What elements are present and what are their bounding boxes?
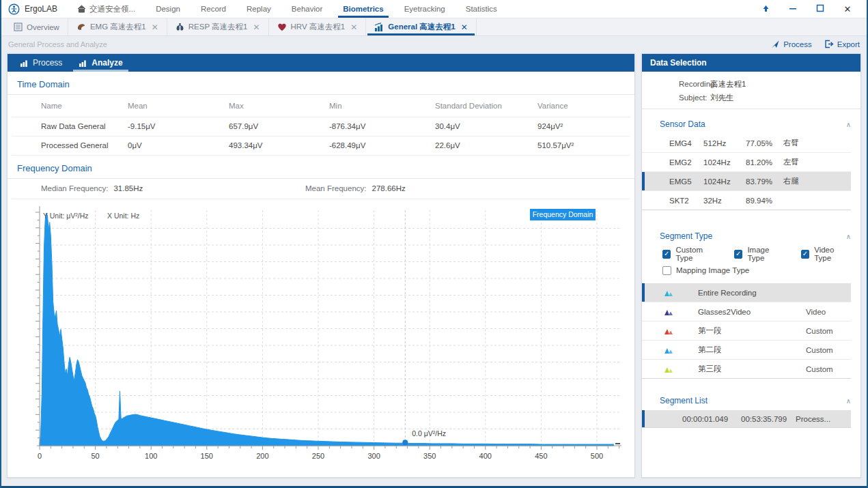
- frequency-spectrum-chart[interactable]: 050100150200250300350400450500Y Unit: μV…: [16, 203, 632, 468]
- checkbox-custom-type[interactable]: ✓: [662, 250, 671, 259]
- close-icon[interactable]: ✕: [834, 4, 861, 14]
- mean-frequency-value: 278.66Hz: [372, 184, 406, 192]
- tab-label: RESP 高速去程1: [188, 22, 248, 32]
- menu-item-label: Eyetracking: [404, 5, 445, 13]
- segment-row-2[interactable]: 第二段 Custom: [642, 341, 851, 360]
- menu-item-label: Biometrics: [343, 5, 383, 13]
- chevron-up-icon[interactable]: ∧: [846, 121, 851, 128]
- menu-item-replay[interactable]: Replay: [236, 0, 281, 18]
- menu-item-eyetracking[interactable]: Eyetracking: [394, 0, 456, 18]
- sensor-row-emg4[interactable]: EMG4512Hz77.05%右臂: [642, 134, 851, 153]
- menu-item-record[interactable]: Record: [191, 0, 236, 18]
- data-selection-panel: Data Selection Recording: 高速去程1 Subject:…: [641, 53, 861, 478]
- segment-row-3[interactable]: 第三段 Custom: [642, 360, 851, 379]
- collapse-up-icon[interactable]: [752, 4, 779, 14]
- svg-text:0.0 μV²/Hz: 0.0 μV²/Hz: [412, 429, 446, 437]
- sensor-list: EMG4512Hz77.05%右臂 EMG21024Hz81.20%左臂 EMG…: [642, 134, 860, 210]
- process-button[interactable]: Process: [771, 40, 812, 48]
- svg-text:Y Unit: μV²/Hz: Y Unit: μV²/Hz: [43, 212, 89, 220]
- menu-item-biometrics[interactable]: Biometrics: [333, 0, 393, 18]
- segment-row-entire-recording[interactable]: Entire Recording: [642, 283, 851, 302]
- chevron-up-icon[interactable]: ∧: [846, 397, 851, 405]
- export-button[interactable]: Export: [824, 40, 860, 48]
- document-tab-bar: Overview EMG 高速去程1 ✕ RESP 高速去程1 ✕ HRV 高速…: [1, 18, 867, 36]
- segment-row-1[interactable]: 第一段 Custom: [642, 321, 851, 341]
- menu-item-label: Behavior: [292, 5, 322, 13]
- svg-text:X Unit: Hz: X Unit: Hz: [107, 212, 139, 220]
- sensor-data-title: Sensor Data: [660, 119, 705, 129]
- app-window: ErgoLAB 交通安全领... Design Record Replay Be…: [1, 0, 867, 488]
- median-frequency-value: 31.85Hz: [113, 184, 143, 192]
- sensor-row-emg5[interactable]: EMG51024Hz83.79%右腿: [642, 172, 851, 191]
- overview-icon: [14, 23, 23, 31]
- tab-label: Process: [33, 58, 62, 68]
- maximize-icon[interactable]: [807, 4, 834, 14]
- tab-overview[interactable]: Overview: [5, 18, 68, 35]
- menu-item-statistics[interactable]: Statistics: [456, 0, 507, 18]
- segment-row-glasses2video[interactable]: Glasses2Video Video: [642, 302, 851, 321]
- minimize-icon[interactable]: [779, 4, 807, 14]
- svg-text:500: 500: [591, 452, 603, 460]
- segment-list-row[interactable]: 00:00:01.049 00:53:35.799 Process...: [642, 410, 851, 428]
- menu-item-home-project[interactable]: 交通安全领...: [67, 0, 145, 18]
- video-type-filter[interactable]: ✓ Video Type: [801, 246, 851, 262]
- menu-item-design[interactable]: Design: [145, 0, 191, 18]
- svg-text:450: 450: [535, 452, 547, 460]
- ergolab-logo-icon: [8, 3, 20, 15]
- svg-text:150: 150: [201, 452, 213, 460]
- tab-close-icon[interactable]: ✕: [253, 23, 260, 32]
- emg-muscle-icon: [76, 23, 86, 31]
- tab-close-icon[interactable]: ✕: [350, 23, 357, 32]
- segment-icon: [664, 327, 673, 335]
- tab-general[interactable]: General 高速去程1 ✕: [366, 18, 476, 35]
- segment-type-title: Segment Type: [660, 231, 712, 241]
- segment-type-filters-row1: ✓ Custom Type ✓ Image Type ✓ Video Type: [642, 246, 860, 262]
- menu-item-label: Statistics: [466, 5, 497, 13]
- recording-row: Recording: 高速去程1: [642, 77, 860, 91]
- home-icon: [77, 5, 86, 13]
- svg-text:200: 200: [256, 452, 268, 460]
- svg-text:Frequency Domain: Frequency Domain: [533, 210, 593, 218]
- custom-type-filter[interactable]: ✓ Custom Type: [662, 246, 719, 262]
- image-type-filter[interactable]: ✓ Image Type: [734, 246, 786, 262]
- sensor-row-emg2[interactable]: EMG21024Hz81.20%左臂: [642, 153, 851, 172]
- bar-chart-icon: [374, 23, 384, 31]
- tab-close-icon[interactable]: ✕: [461, 23, 468, 32]
- bar-chart-icon: [79, 59, 87, 67]
- tab-analyze[interactable]: Analyze: [70, 54, 130, 72]
- sensor-row-skt2[interactable]: SKT232Hz89.94%: [642, 191, 851, 210]
- tab-emg[interactable]: EMG 高速去程1 ✕: [68, 18, 167, 35]
- segment-end-time: 00:53:35.799: [741, 415, 796, 423]
- svg-text:100: 100: [145, 452, 157, 460]
- segment-icon: [664, 289, 673, 297]
- checkbox-mapping-image-type[interactable]: ✓: [662, 266, 671, 275]
- menu-item-label: Record: [201, 5, 226, 13]
- svg-text:50: 50: [91, 452, 99, 460]
- segment-start-time: 00:00:01.049: [682, 415, 741, 423]
- subject-row: Subject: 刘先生: [642, 91, 860, 104]
- median-frequency: Median Frequency: 31.85Hz: [12, 184, 305, 192]
- time-domain-heading: Time Domain: [8, 72, 634, 95]
- tab-resp[interactable]: RESP 高速去程1 ✕: [167, 18, 269, 35]
- analysis-panel: Process Analyze Time Domain Name Mean Ma…: [7, 53, 635, 478]
- menu-item-behavior[interactable]: Behavior: [281, 0, 333, 18]
- tab-hrv[interactable]: HRV 高速去程1 ✕: [269, 18, 367, 35]
- mapping-image-type-filter[interactable]: ✓ Mapping Image Type: [662, 266, 749, 275]
- mean-frequency: Mean Frequency: 278.66Hz: [305, 184, 406, 192]
- segment-type-section-header: Segment Type ∧: [642, 227, 860, 246]
- tab-process[interactable]: Process: [12, 54, 70, 72]
- checkbox-video-type[interactable]: ✓: [801, 250, 809, 259]
- recording-info: Recording: 高速去程1 Subject: 刘先生: [642, 72, 860, 109]
- tab-label: Analyze: [92, 58, 122, 68]
- hrv-heart-icon: [277, 23, 287, 31]
- chevron-up-icon[interactable]: ∧: [846, 233, 851, 240]
- svg-text:250: 250: [312, 452, 324, 460]
- tab-label: Overview: [27, 23, 59, 31]
- table-row: Raw Data General -9.15μV 657.9μV -876.34…: [12, 117, 630, 136]
- tab-label: EMG 高速去程1: [90, 22, 146, 32]
- subject-value: 刘先生: [710, 93, 734, 103]
- tab-close-icon[interactable]: ✕: [152, 23, 158, 32]
- checkbox-image-type[interactable]: ✓: [734, 250, 742, 259]
- col-header-mean: Mean: [128, 95, 229, 117]
- col-header-name: Name: [12, 95, 128, 117]
